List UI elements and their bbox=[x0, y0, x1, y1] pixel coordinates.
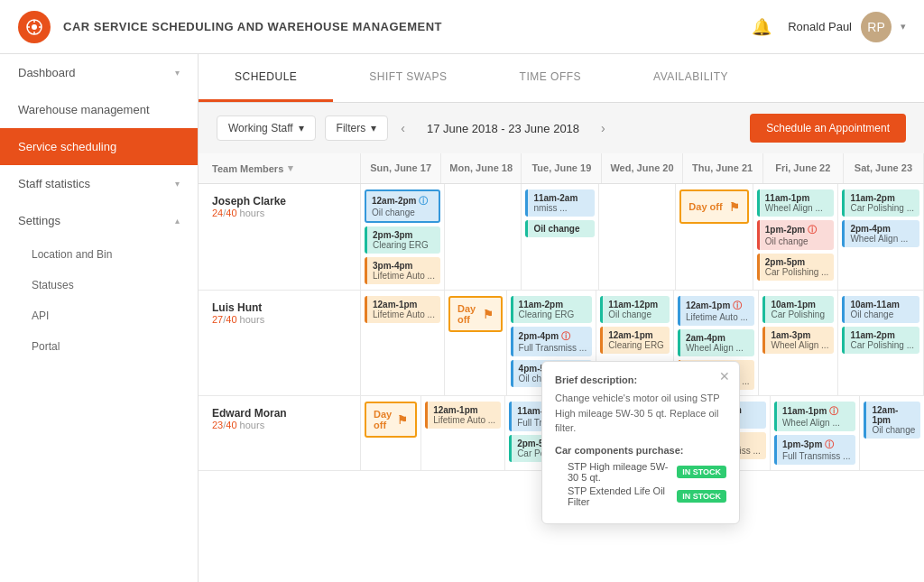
sidebar-item-warehouse[interactable]: Warehouse management bbox=[0, 91, 198, 128]
member-name: Luis Hunt bbox=[212, 301, 346, 314]
date-range: 17 June 2018 - 23 June 2018 bbox=[418, 122, 588, 135]
shift-card[interactable]: 11am-2pm Clearing ERG bbox=[511, 296, 593, 323]
flag-icon: ⚑ bbox=[729, 200, 740, 214]
day-off-card: Day off ⚑ bbox=[365, 402, 417, 438]
sidebar-item-location[interactable]: Location and Bin bbox=[0, 239, 198, 270]
cell-luis-mon: Day off ⚑ bbox=[445, 291, 507, 395]
cell-joseph-mon bbox=[445, 184, 522, 290]
shift-card[interactable]: Oil change bbox=[525, 220, 594, 237]
tab-time-offs[interactable]: TIME OFFS bbox=[484, 54, 618, 102]
shift-card[interactable]: 12am-2pm ⓘ Oil change bbox=[365, 189, 440, 223]
popup-brief-title: Brief description: bbox=[555, 374, 726, 385]
shift-card[interactable]: 11am-1pm Wheel Align ... bbox=[757, 189, 835, 217]
sidebar: Dashboard ▾ Warehouse management Service… bbox=[0, 54, 199, 582]
cell-edward-mon: 12am-1pm Lifetime Auto ... bbox=[421, 396, 505, 470]
bell-icon[interactable]: 🔔 bbox=[752, 17, 772, 37]
schedule-appointment-button[interactable]: Schedule an Appointment bbox=[750, 114, 906, 143]
cell-luis-sat: 10am-11am Oil change 11am-2pm Car Polish… bbox=[838, 291, 924, 395]
shift-card[interactable]: 10am-11am Oil change bbox=[842, 296, 919, 323]
close-icon[interactable]: ✕ bbox=[719, 369, 730, 383]
user-menu[interactable]: Ronald Paul RP ▾ bbox=[788, 12, 906, 42]
shift-card[interactable]: 11am-2am nmiss ... bbox=[525, 189, 594, 217]
shift-card[interactable]: 11am-2pm Car Polishing ... bbox=[842, 327, 919, 354]
shift-card[interactable]: 2pm-5pm Car Polishing ... bbox=[757, 254, 835, 281]
stock-badge: IN STOCK bbox=[677, 466, 726, 478]
cell-luis-sun: 12am-1pm Lifetime Auto ... bbox=[361, 291, 445, 395]
prev-week-button[interactable]: ‹ bbox=[397, 117, 409, 139]
day-header-0: Sun, June 17 bbox=[361, 153, 441, 183]
day-header-2: Tue, June 19 bbox=[522, 153, 602, 183]
shift-card[interactable]: 11am-12pm Oil change bbox=[600, 296, 670, 323]
shift-card[interactable]: 12am-1pm Lifetime Auto ... bbox=[365, 296, 440, 323]
cell-edward-sun: Day off ⚑ bbox=[361, 396, 421, 470]
list-item: STP Extended Life Oil Filter IN STOCK bbox=[568, 485, 726, 507]
next-week-button[interactable]: › bbox=[597, 117, 609, 139]
flag-icon: ⚑ bbox=[483, 308, 494, 321]
shift-card[interactable]: 12am-1pm Clearing ERG bbox=[600, 327, 670, 354]
cell-joseph-wed bbox=[599, 184, 676, 290]
flag-icon: ⚑ bbox=[397, 413, 408, 427]
cell-joseph-sun: 12am-2pm ⓘ Oil change 2pm-3pm Clearing E… bbox=[361, 184, 445, 290]
shift-card[interactable]: 12am-1pm ⓘ Lifetime Auto ... bbox=[678, 296, 755, 326]
tab-schedule[interactable]: SCHEDULE bbox=[199, 54, 333, 102]
cell-edward-sat: 12am-1pm Oil change bbox=[860, 396, 924, 470]
sidebar-item-service[interactable]: Service scheduling bbox=[0, 128, 198, 165]
day-header-6: Sat, June 23 bbox=[844, 153, 924, 183]
working-staff-select[interactable]: Working Staff ▾ bbox=[217, 115, 316, 141]
app-container: CAR SERVICE SCHEDULING AND WAREHOUSE MAN… bbox=[0, 0, 924, 582]
shift-card[interactable]: 2pm-4pm Wheel Align ... bbox=[842, 220, 919, 247]
topbar: CAR SERVICE SCHEDULING AND WAREHOUSE MAN… bbox=[0, 0, 924, 54]
calendar-header: Team Members ▾ Sun, June 17 Mon, June 18… bbox=[199, 153, 924, 184]
avatar: RP bbox=[861, 12, 892, 42]
shift-card[interactable]: 2am-4pm Wheel Align ... bbox=[678, 329, 755, 356]
app-logo bbox=[18, 11, 51, 43]
shift-card[interactable]: 12am-1pm Lifetime Auto ... bbox=[425, 402, 501, 429]
tab-bar: SCHEDULE SHIFT SWAPS TIME OFFS AVAILABIL… bbox=[199, 54, 924, 103]
toolbar: Working Staff ▾ Filters ▾ ‹ 17 June 2018… bbox=[199, 103, 924, 153]
cell-joseph-thu: Day off ⚑ bbox=[676, 184, 753, 290]
cell-luis-fri: 10am-1pm Car Polishing 1am-3pm Wheel Ali… bbox=[759, 291, 838, 395]
cell-edward-fri: 11am-1pm ⓘ Wheel Align ... 1pm-3pm ⓘ Ful… bbox=[771, 396, 861, 470]
popup-items-list: STP High mileage 5W-30 5 qt. IN STOCK ST… bbox=[555, 461, 726, 507]
sidebar-item-statuses[interactable]: Statuses bbox=[0, 270, 198, 300]
username: Ronald Paul bbox=[788, 20, 852, 33]
member-info-joseph: Joseph Clarke 24/40 hours bbox=[199, 184, 361, 290]
main-layout: Dashboard ▾ Warehouse management Service… bbox=[0, 54, 924, 582]
day-off-card: Day off ⚑ bbox=[679, 189, 748, 224]
list-item: STP High mileage 5W-30 5 qt. IN STOCK bbox=[568, 461, 726, 483]
tab-availability[interactable]: AVAILABILITY bbox=[617, 54, 764, 102]
sidebar-item-staff[interactable]: Staff statistics ▾ bbox=[0, 165, 198, 202]
sidebar-item-dashboard[interactable]: Dashboard ▾ bbox=[0, 54, 198, 91]
member-hours: 24/40 hours bbox=[212, 208, 346, 218]
shift-card[interactable]: 12am-1pm Oil change bbox=[864, 402, 920, 439]
cell-joseph-sat: 11am-2pm Car Polishing ... 2pm-4pm Wheel… bbox=[838, 184, 924, 290]
shift-card[interactable]: 1pm-3pm ⓘ Full Transmiss ... bbox=[774, 435, 856, 465]
shift-card[interactable]: 3pm-4pm Lifetime Auto ... bbox=[365, 257, 440, 284]
shift-card[interactable]: 11am-1pm ⓘ Wheel Align ... bbox=[774, 402, 856, 431]
filters-select[interactable]: Filters ▾ bbox=[325, 115, 389, 141]
day-header-4: Thu, June 21 bbox=[683, 153, 763, 183]
member-hours: 27/40 hours bbox=[212, 314, 346, 325]
cell-joseph-fri: 11am-1pm Wheel Align ... 1pm-2pm ⓘ Oil c… bbox=[753, 184, 839, 290]
shift-detail-popup: ✕ Brief description: Change vehicle's mo… bbox=[541, 361, 740, 524]
member-name: Edward Moran bbox=[212, 407, 346, 420]
tab-shift-swaps[interactable]: SHIFT SWAPS bbox=[333, 54, 483, 102]
day-header-5: Fri, June 22 bbox=[763, 153, 844, 183]
sidebar-item-portal[interactable]: Portal bbox=[0, 331, 198, 362]
member-name: Joseph Clarke bbox=[212, 195, 346, 208]
sidebar-item-api[interactable]: API bbox=[0, 300, 198, 331]
day-off-card: Day off ⚑ bbox=[448, 296, 503, 332]
shift-card[interactable]: 11am-2pm Car Polishing ... bbox=[842, 189, 919, 217]
day-header-3: Wed, June 20 bbox=[602, 153, 682, 183]
stock-badge: IN STOCK bbox=[677, 490, 726, 503]
shift-card[interactable]: 2pm-3pm Clearing ERG bbox=[365, 226, 440, 254]
sidebar-item-settings[interactable]: Settings ▴ bbox=[0, 202, 198, 239]
shift-card[interactable]: 1pm-2pm ⓘ Oil change bbox=[757, 220, 835, 250]
member-hours: 23/40 hours bbox=[212, 420, 346, 430]
shift-card[interactable]: 10am-1pm Car Polishing bbox=[762, 296, 834, 323]
shift-card[interactable]: 2pm-4pm ⓘ Full Transmiss ... bbox=[511, 327, 593, 356]
shift-card[interactable]: 1am-3pm Wheel Align ... bbox=[762, 327, 834, 354]
filter-icon[interactable]: ▾ bbox=[288, 162, 293, 174]
chevron-down-icon: ▾ bbox=[299, 122, 304, 134]
popup-description: Change vehicle's motor oil using STP Hig… bbox=[555, 391, 726, 436]
